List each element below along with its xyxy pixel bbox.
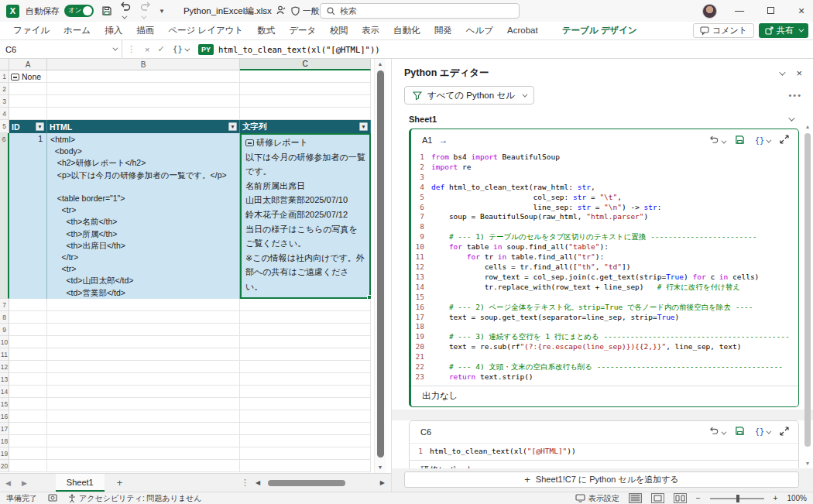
grid-cell[interactable]: [47, 386, 240, 398]
grid-cell[interactable]: [47, 348, 240, 361]
grid-cell[interactable]: [240, 423, 371, 435]
ribbon-tab-table-design[interactable]: テーブル デザイン: [545, 25, 644, 36]
ribbon-tab-開発[interactable]: 開発: [427, 26, 459, 35]
page-break-view-icon[interactable]: [674, 493, 687, 503]
collaborator-icon[interactable]: [276, 5, 286, 16]
grid-cell[interactable]: [47, 398, 240, 410]
confirm-entry-icon[interactable]: ✓: [153, 44, 168, 54]
row-header-5[interactable]: 5: [0, 120, 9, 133]
grid-cell[interactable]: [47, 447, 240, 460]
row-header-11[interactable]: 11: [0, 348, 9, 361]
grid-cell[interactable]: [240, 447, 371, 460]
ribbon-tab-ファイル[interactable]: ファイル: [6, 26, 57, 35]
row-header-3[interactable]: 3: [0, 95, 9, 108]
grid-cell[interactable]: [240, 435, 371, 447]
grid-cell[interactable]: [47, 108, 240, 120]
grid-cell[interactable]: [9, 108, 47, 120]
table-header-文字列[interactable]: 文字列▼: [240, 120, 371, 133]
hscrollbar-thumb[interactable]: [268, 480, 345, 486]
ribbon-tab-校閲[interactable]: 校閲: [323, 26, 355, 35]
ribbon-tab-描画[interactable]: 描画: [129, 26, 161, 35]
grid-cell[interactable]: [240, 108, 371, 120]
ribbon-tab-ページ レイアウト[interactable]: ページ レイアウト: [161, 26, 250, 35]
row-header-18[interactable]: 18: [0, 435, 9, 447]
scroll-up-icon[interactable]: ▲: [803, 124, 812, 129]
macro-record-icon[interactable]: [48, 494, 57, 503]
ribbon-tab-表示[interactable]: 表示: [355, 26, 386, 35]
panel-close-icon[interactable]: ×: [796, 67, 802, 79]
ribbon-tab-Acrobat[interactable]: Acrobat: [500, 26, 545, 35]
qat-customize-icon[interactable]: ▼: [159, 8, 165, 15]
name-box[interactable]: C6: [0, 40, 122, 58]
grid-cell[interactable]: [9, 435, 47, 447]
scroll-up-icon[interactable]: ▲: [375, 59, 386, 69]
add-sheet-button[interactable]: +: [105, 477, 136, 489]
zoom-in-button[interactable]: +: [774, 494, 778, 502]
grid-cell[interactable]: [240, 460, 371, 472]
grid-cell[interactable]: [47, 410, 240, 423]
goto-cell-icon[interactable]: →: [438, 135, 448, 146]
zoom-slider-thumb[interactable]: [736, 495, 739, 502]
share-button[interactable]: 共有: [759, 23, 808, 38]
filter-dropdown-button[interactable]: ▼: [36, 122, 44, 131]
undo-icon[interactable]: [120, 2, 132, 21]
name-box-dropdown-icon[interactable]: [112, 46, 118, 51]
user-avatar[interactable]: [702, 4, 717, 19]
grid-cell[interactable]: [9, 299, 47, 311]
grid-cell[interactable]: [9, 447, 47, 460]
formula-bar-handle[interactable]: ⋮: [122, 44, 141, 54]
redo-dropdown-icon[interactable]: [141, 13, 146, 19]
row-header-4[interactable]: 4: [0, 108, 9, 120]
table-header-ID[interactable]: ID▼: [9, 120, 47, 133]
grid-cell[interactable]: [9, 373, 47, 386]
grid-cell[interactable]: [9, 83, 47, 95]
grid-cell[interactable]: [9, 398, 47, 410]
code-editor-a1[interactable]: 1from bs4 import BeautifulSoup2import re…: [411, 151, 798, 386]
ribbon-tab-数式[interactable]: 数式: [250, 26, 282, 35]
row-header-6[interactable]: 6: [0, 133, 9, 299]
hscroll-right-icon[interactable]: ▶: [377, 479, 388, 486]
grid-cell[interactable]: [9, 336, 47, 348]
section-collapse-icon[interactable]: [788, 115, 794, 121]
fill-handle[interactable]: [367, 295, 372, 300]
grid-cell[interactable]: [240, 348, 371, 361]
display-settings-button[interactable]: 表示設定: [575, 493, 619, 504]
row-header-10[interactable]: 10: [0, 336, 9, 348]
cell-B6[interactable]: <html> <body> <h2>研修レポート</h2> <p>以下は今月の研…: [47, 133, 240, 299]
grid-cell[interactable]: [9, 386, 47, 398]
expand-editor-icon[interactable]: [780, 135, 789, 146]
scrollbar-thumb[interactable]: [377, 70, 384, 458]
normal-view-icon[interactable]: [629, 493, 642, 503]
ribbon-tab-ヘルプ[interactable]: ヘルプ: [459, 26, 500, 35]
scroll-down-icon[interactable]: ▼: [803, 461, 812, 466]
grid-cell[interactable]: [240, 83, 371, 95]
row-header-7[interactable]: 7: [0, 299, 9, 311]
undo-icon[interactable]: [709, 135, 725, 146]
save-icon[interactable]: [101, 5, 112, 16]
sheet-tab-sheet1[interactable]: Sheet1: [56, 474, 105, 492]
grid-cell[interactable]: [47, 70, 240, 83]
grid-cell[interactable]: [240, 299, 371, 311]
row-header-20[interactable]: 20: [0, 460, 9, 472]
grid-cell[interactable]: [240, 361, 371, 373]
grid-cell[interactable]: [240, 398, 371, 410]
panel-collapse-icon[interactable]: [780, 69, 786, 75]
sheet-vertical-scrollbar[interactable]: ▲ ▼: [374, 59, 386, 473]
grid-cell[interactable]: [47, 299, 240, 311]
scrollbar-thumb[interactable]: [804, 133, 811, 447]
row-header-9[interactable]: 9: [0, 324, 9, 336]
formula-input[interactable]: html_to_clean_text(xl("[@HTML]")): [218, 45, 380, 54]
cell-A6[interactable]: 1: [9, 133, 47, 299]
grid-cell[interactable]: [9, 95, 47, 108]
python-cells-filter[interactable]: すべての Python セル: [404, 86, 534, 105]
accessibility-status[interactable]: アクセシビリティ: 問題ありません: [68, 493, 202, 504]
grid-cell[interactable]: [240, 410, 371, 423]
grid-cell[interactable]: [47, 460, 240, 472]
grid-cell[interactable]: [47, 435, 240, 447]
panel-more-icon[interactable]: •••: [788, 91, 802, 100]
sheet-horizontal-scrollbar[interactable]: ◀ ▶: [252, 474, 388, 492]
grid-cell[interactable]: [240, 386, 371, 398]
tabbar-more-icon[interactable]: ⋮: [241, 478, 249, 488]
ribbon-tab-データ[interactable]: データ: [282, 26, 323, 35]
filter-dropdown-button[interactable]: ▼: [359, 122, 368, 131]
